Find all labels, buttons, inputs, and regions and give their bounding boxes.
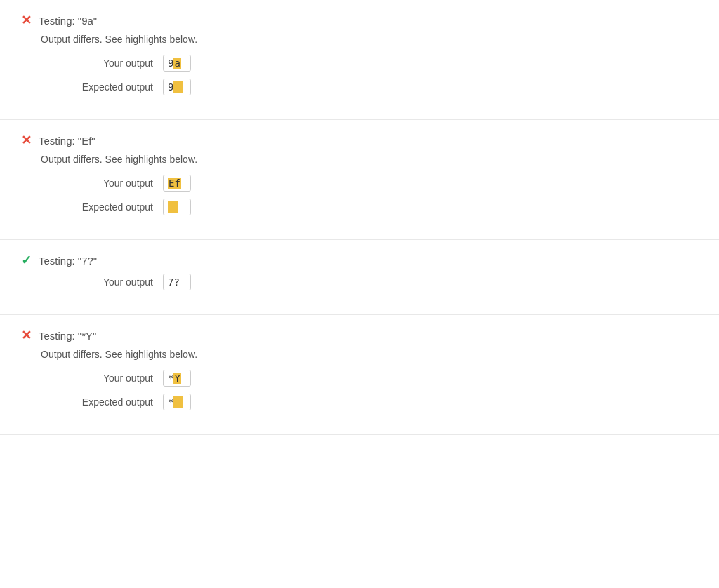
your-output-row-9a: Your output 9a [41, 55, 698, 72]
your-output-row-ef: Your output Ef [41, 175, 698, 192]
highlight-stary-expected [173, 396, 183, 408]
your-output-box-7q: 7? [163, 274, 191, 290]
expected-output-row-stary: Expected output * [41, 394, 698, 410]
expected-output-label-ef: Expected output [41, 201, 153, 213]
test-title-ef: Testing: "Ef" [39, 135, 95, 147]
your-output-box-9a: 9a [163, 55, 191, 72]
test-message-ef: Output differs. See highlights below. [41, 154, 698, 165]
test-block-ef: ✕ Testing: "Ef" Output differs. See high… [0, 120, 719, 240]
expected-output-label-9a: Expected output [41, 81, 153, 93]
highlight-9a-expected [173, 81, 183, 93]
your-output-label-7q: Your output [41, 276, 153, 288]
pass-icon-7q: ✓ [21, 254, 32, 267]
test-header-9a: ✕ Testing: "9a" [21, 14, 698, 27]
test-block-9a: ✕ Testing: "9a" Output differs. See high… [0, 0, 719, 120]
expected-output-box-stary: * [163, 394, 191, 410]
test-header-stary: ✕ Testing: "*Y" [21, 329, 698, 342]
highlight-ef-expected [168, 201, 178, 213]
expected-output-row-9a: Expected output 9 [41, 79, 698, 95]
highlight-stary-your: Y [173, 373, 180, 384]
test-title-9a: Testing: "9a" [39, 15, 97, 27]
your-output-box-stary: *Y [163, 370, 191, 387]
test-block-7q: ✓ Testing: "7?" Your output 7? [0, 240, 719, 315]
fail-icon: ✕ [21, 14, 32, 27]
highlight-ef-your: Ef [168, 178, 181, 189]
your-output-label-ef: Your output [41, 178, 153, 189]
your-output-box-ef: Ef [163, 175, 191, 192]
test-title-7q: Testing: "7?" [39, 255, 97, 267]
test-title-stary: Testing: "*Y" [39, 330, 96, 342]
expected-output-box-ef [163, 199, 191, 215]
highlight-9a-your: a [173, 58, 180, 69]
fail-icon-stary: ✕ [21, 329, 32, 342]
test-header-7q: ✓ Testing: "7?" [21, 254, 698, 267]
your-output-row-7q: Your output 7? [41, 274, 698, 290]
test-message-9a: Output differs. See highlights below. [41, 34, 698, 45]
fail-icon-ef: ✕ [21, 134, 32, 147]
test-message-stary: Output differs. See highlights below. [41, 349, 698, 360]
expected-output-row-ef: Expected output [41, 199, 698, 215]
expected-output-box-9a: 9 [163, 79, 191, 95]
test-block-stary: ✕ Testing: "*Y" Output differs. See high… [0, 315, 719, 435]
expected-output-label-stary: Expected output [41, 396, 153, 408]
test-header-ef: ✕ Testing: "Ef" [21, 134, 698, 147]
your-output-label-9a: Your output [41, 58, 153, 69]
your-output-row-stary: Your output *Y [41, 370, 698, 387]
your-output-label-stary: Your output [41, 373, 153, 384]
